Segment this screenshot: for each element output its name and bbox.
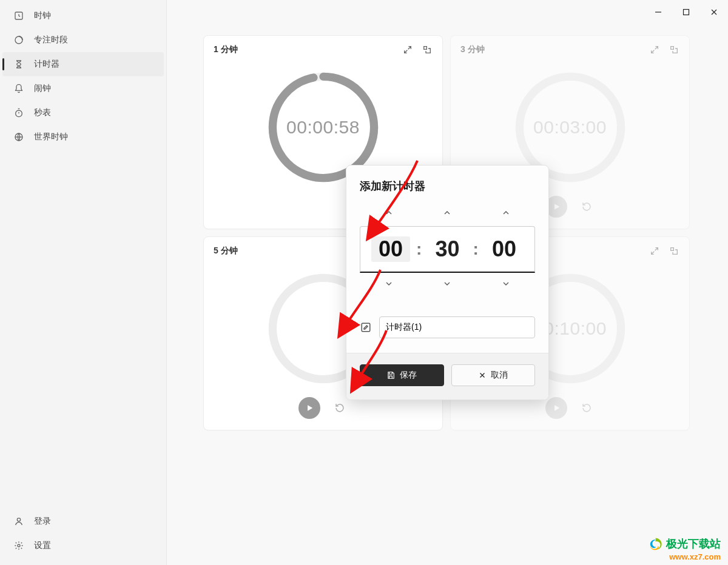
expand-icon[interactable] — [649, 44, 660, 55]
seconds-value[interactable]: 00 — [485, 236, 524, 262]
minutes-value[interactable]: 30 — [428, 236, 467, 262]
timer-name-input[interactable] — [379, 316, 535, 338]
svg-rect-7 — [424, 47, 427, 50]
pin-icon[interactable] — [669, 44, 679, 55]
watermark-title: 极光下载站 — [666, 538, 721, 550]
time-separator: : — [473, 239, 479, 259]
seconds-up-button[interactable] — [482, 202, 530, 224]
watermark-url: www.xz7.com — [647, 553, 721, 561]
sidebar-item-settings[interactable]: 设置 — [2, 533, 164, 558]
cancel-button-label: 取消 — [491, 370, 508, 381]
sidebar-item-label: 设置 — [34, 540, 51, 551]
time-separator: : — [416, 239, 422, 259]
sidebar-item-label: 时钟 — [34, 10, 51, 21]
watermark-logo-icon — [647, 536, 664, 553]
clock-icon — [13, 10, 24, 21]
window-close-button[interactable] — [700, 0, 728, 24]
user-icon — [13, 516, 24, 527]
expand-icon[interactable] — [402, 44, 413, 55]
reset-button[interactable] — [578, 198, 595, 215]
sidebar-item-stopwatch[interactable]: 秒表 — [2, 101, 164, 125]
dialog-title: 添加新计时器 — [346, 165, 548, 202]
timer-title: 1 分钟 — [214, 44, 238, 55]
edit-icon — [360, 321, 372, 333]
pin-icon[interactable] — [422, 44, 433, 55]
svg-rect-6 — [684, 10, 689, 15]
window-maximize-button[interactable] — [672, 0, 700, 24]
timer-icon — [13, 59, 24, 70]
time-input-row: 00 : 30 : 00 — [360, 226, 535, 273]
sidebar-item-world-clock[interactable]: 世界时钟 — [2, 125, 164, 149]
hours-down-button[interactable] — [365, 273, 413, 295]
svg-rect-15 — [362, 323, 370, 332]
sidebar-item-label: 闹钟 — [34, 83, 51, 94]
svg-point-2 — [16, 110, 22, 117]
window-minimize-button[interactable] — [644, 0, 672, 24]
reset-button[interactable] — [578, 400, 595, 416]
sidebar-item-label: 秒表 — [34, 107, 51, 118]
minutes-down-button[interactable] — [423, 273, 471, 295]
svg-rect-13 — [671, 248, 674, 251]
sidebar-item-alarm[interactable]: 闹钟 — [2, 76, 164, 101]
sidebar-item-login[interactable]: 登录 — [2, 509, 164, 533]
focus-session-icon — [13, 35, 24, 45]
reset-button[interactable] — [331, 400, 348, 416]
stopwatch-icon — [13, 107, 24, 118]
globe-icon — [13, 132, 24, 142]
timer-title: 3 分钟 — [460, 44, 485, 55]
sidebar-item-focus[interactable]: 专注时段 — [2, 28, 164, 52]
seconds-down-button[interactable] — [482, 273, 530, 295]
play-button[interactable] — [545, 397, 567, 419]
watermark: 极光下载站 www.xz7.com — [647, 536, 721, 561]
svg-point-4 — [17, 518, 20, 521]
add-timer-dialog: 添加新计时器 00 : 30 : 00 — [346, 165, 549, 400]
sidebar-item-label: 计时器 — [34, 59, 59, 70]
svg-point-9 — [272, 76, 374, 178]
sidebar-item-label: 世界时钟 — [34, 132, 68, 142]
svg-point-5 — [18, 544, 20, 547]
save-button-label: 保存 — [400, 370, 417, 381]
app-root: 时钟 专注时段 计时器 闹钟 秒表 — [0, 0, 728, 565]
bell-icon — [13, 83, 24, 94]
play-button[interactable] — [298, 397, 320, 419]
sidebar-item-label: 专注时段 — [34, 35, 68, 45]
save-button[interactable]: 保存 — [360, 364, 444, 386]
cancel-button[interactable]: 取消 — [451, 364, 536, 386]
titlebar — [167, 0, 728, 24]
svg-rect-10 — [671, 47, 674, 50]
sidebar: 时钟 专注时段 计时器 闹钟 秒表 — [0, 0, 167, 565]
expand-icon[interactable] — [649, 246, 660, 256]
main-area: 1 分钟 00:00:58 — [167, 0, 728, 565]
sidebar-spacer — [0, 149, 166, 509]
pin-icon[interactable] — [669, 246, 679, 256]
gear-icon — [13, 540, 24, 551]
hours-value[interactable]: 00 — [371, 236, 410, 262]
sidebar-item-timer[interactable]: 计时器 — [2, 52, 164, 76]
sidebar-item-label: 登录 — [34, 516, 51, 527]
sidebar-item-clock[interactable]: 时钟 — [2, 4, 164, 28]
timer-title: 5 分钟 — [214, 246, 238, 256]
svg-point-11 — [519, 76, 621, 178]
minutes-up-button[interactable] — [423, 202, 471, 224]
sidebar-bottom: 登录 设置 — [0, 509, 166, 565]
hours-up-button[interactable] — [365, 202, 413, 224]
